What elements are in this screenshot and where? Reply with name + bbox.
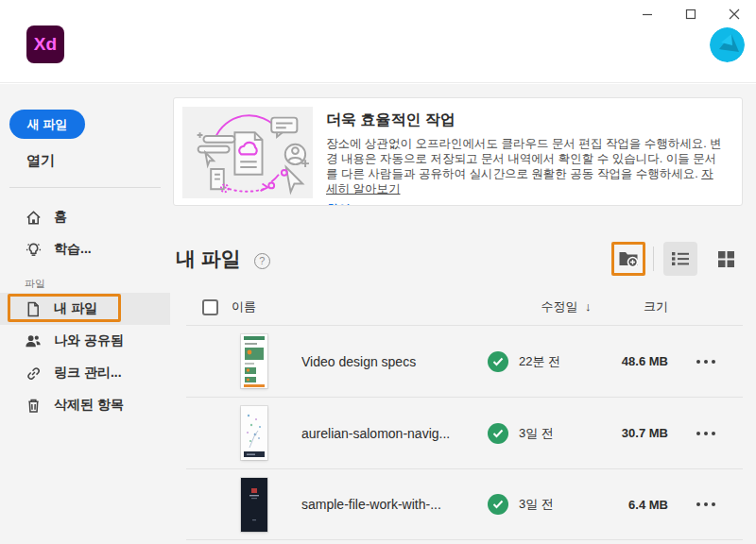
window-controls (626, 0, 756, 28)
sidebar-item-my-files[interactable]: 내 파일 (0, 293, 170, 325)
synced-check-icon (488, 494, 508, 515)
minimize-icon (642, 8, 653, 20)
modified-label: 수정일 (541, 299, 577, 314)
maximize-button[interactable] (669, 0, 713, 28)
file-name: sample-file-work-with-... (301, 497, 477, 512)
more-options-cell (668, 360, 743, 364)
sync-status-cell (477, 351, 519, 372)
synced-check-icon (488, 351, 508, 372)
open-button[interactable]: 열기 (26, 152, 170, 170)
sidebar-divider (9, 187, 161, 188)
table-row[interactable]: sample-file-work-with-... 3일 전 6.4 MB (186, 468, 743, 540)
table-row[interactable]: Video design specs 22분 전 48.6 MB (186, 325, 743, 397)
more-options-cell (668, 502, 743, 506)
file-thumbnail (241, 334, 267, 388)
select-all-checkbox[interactable] (202, 299, 218, 315)
more-options-cell (668, 432, 743, 435)
file-thumbnail (241, 406, 267, 460)
sidebar-item-manage-links[interactable]: 링크 관리... (0, 357, 170, 389)
promo-banner: 더욱 효율적인 작업 장소에 상관없이 오프라인에서도 클라우드 문서 편집 작… (173, 97, 743, 206)
sidebar-section-files: 파일 (25, 277, 170, 291)
more-options-button[interactable] (696, 432, 715, 435)
file-modified: 3일 전 (519, 425, 613, 442)
column-header-size[interactable]: 크기 (613, 298, 668, 315)
sidebar-item-label: 학습... (54, 241, 92, 258)
sidebar-item-label: 나와 공유됨 (54, 332, 124, 349)
synced-check-icon (488, 423, 508, 444)
document-icon (25, 300, 42, 317)
main-panel: 더욱 효율적인 작업 장소에 상관없이 오프라인에서도 클라우드 문서 편집 작… (170, 84, 756, 544)
sidebar-nav: 홈 학습... 파일 내 파일 (0, 201, 170, 421)
view-toolbar (611, 242, 743, 276)
xd-logo: Xd (26, 26, 64, 63)
sidebar-item-shared-with-me[interactable]: 나와 공유됨 (0, 325, 170, 357)
file-thumbnail (241, 478, 267, 532)
grid-view-button[interactable] (709, 242, 743, 276)
column-header-modified[interactable]: 수정일 ↓ (519, 298, 613, 315)
toolbar-divider (653, 246, 654, 271)
list-view-icon (671, 250, 690, 267)
new-folder-button[interactable] (611, 242, 645, 276)
user-avatar[interactable] (710, 27, 745, 62)
help-icon[interactable]: ? (254, 253, 270, 269)
home-icon (25, 209, 42, 226)
minimize-button[interactable] (626, 0, 669, 28)
table-header-row: 이름 수정일 ↓ 크기 (186, 289, 743, 325)
file-name: aurelian-salomon-navig... (301, 426, 477, 441)
sidebar-item-learn[interactable]: 학습... (0, 233, 170, 265)
close-icon (729, 8, 740, 20)
file-name: Video design specs (301, 354, 477, 369)
people-icon (25, 332, 42, 349)
list-view-button[interactable] (663, 242, 697, 276)
lightbulb-icon (25, 241, 42, 258)
titlebar: Xd (0, 0, 756, 83)
link-icon (25, 365, 42, 382)
new-file-button[interactable]: 새 파일 (9, 110, 85, 139)
file-size: 6.4 MB (613, 498, 668, 512)
grid-view-icon (717, 250, 735, 268)
sidebar-item-label: 삭제된 항목 (54, 397, 124, 414)
close-button[interactable] (713, 0, 756, 28)
table-header-right: 수정일 ↓ 크기 (519, 298, 743, 315)
file-size: 30.7 MB (613, 426, 668, 440)
more-options-button[interactable] (696, 360, 715, 364)
sidebar-item-label: 홈 (54, 209, 67, 226)
file-modified: 22분 전 (519, 353, 613, 370)
banner-text-block: 더욱 효율적인 작업 장소에 상관없이 오프라인에서도 클라우드 문서 편집 작… (313, 98, 742, 205)
file-size: 48.6 MB (613, 354, 668, 368)
sync-status-cell (477, 423, 519, 444)
xd-home-window: Xd 새 파일 열기 (0, 0, 756, 544)
sidebar-item-home[interactable]: 홈 (0, 201, 170, 233)
file-thumbnail-cell (186, 334, 301, 388)
table-row[interactable]: aurelian-salomon-navig... 3일 전 30.7 MB (186, 397, 743, 468)
sidebar-item-label: 내 파일 (54, 300, 97, 317)
file-modified: 3일 전 (519, 496, 613, 513)
banner-body-text: 장소에 상관없이 오프라인에서도 클라우드 문서 편집 작업을 수행하세요. 변… (326, 137, 722, 180)
file-thumbnail-cell (186, 478, 301, 532)
xd-logo-text: Xd (34, 34, 57, 55)
sync-status-cell (477, 494, 519, 515)
files-table: 이름 수정일 ↓ 크기 (186, 289, 743, 540)
files-section-header: 내 파일 ? (173, 242, 743, 276)
avatar-icon (710, 27, 745, 62)
trash-icon (25, 397, 42, 414)
maximize-icon (685, 8, 696, 20)
more-options-button[interactable] (696, 502, 715, 506)
column-header-name[interactable]: 이름 (232, 298, 256, 315)
page-title: 내 파일 (176, 246, 241, 272)
sidebar-item-deleted-items[interactable]: 삭제된 항목 (0, 389, 170, 421)
content-area: 새 파일 열기 홈 학습... 파일 (0, 84, 756, 544)
banner-title: 더욱 효율적인 작업 (326, 110, 725, 130)
sort-descending-icon: ↓ (585, 299, 592, 314)
sidebar-item-label: 링크 관리... (54, 365, 122, 382)
confirm-link[interactable]: 확인 (326, 201, 351, 206)
file-thumbnail-cell (186, 406, 301, 460)
cloud-collaboration-illustration (182, 107, 313, 198)
sidebar: 새 파일 열기 홈 학습... 파일 (0, 84, 170, 544)
banner-body: 장소에 상관없이 오프라인에서도 클라우드 문서 편집 작업을 수행하세요. 변… (326, 136, 725, 196)
new-folder-icon (618, 249, 639, 268)
